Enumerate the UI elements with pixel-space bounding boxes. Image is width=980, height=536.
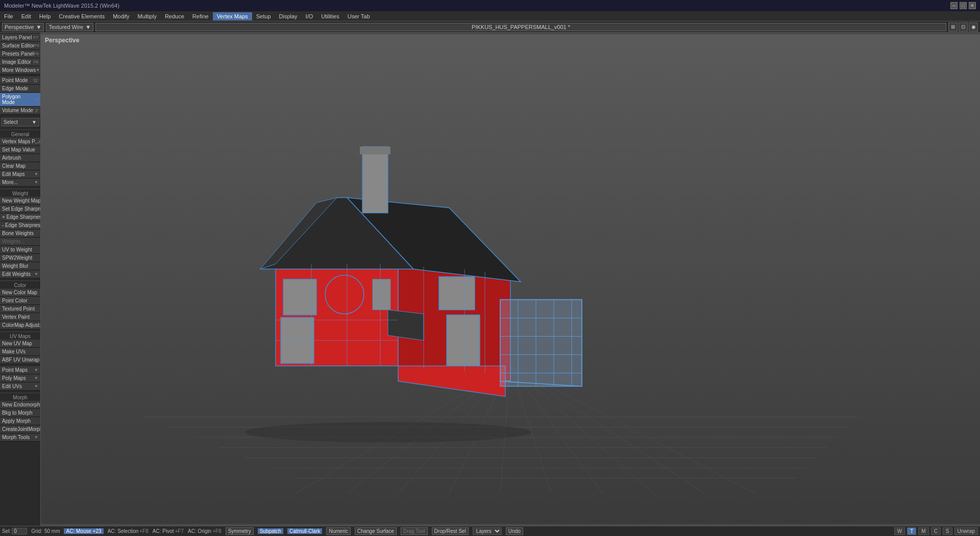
bone-weights-button[interactable]: Bone Weights bbox=[0, 229, 40, 238]
toolbar: Perspective ▼ Textured Wire ▼ PIKKUS_HUS… bbox=[0, 21, 980, 33]
new-weight-map-button[interactable]: New Weight Map bbox=[0, 197, 40, 205]
textured-point-button[interactable]: Textured Point bbox=[0, 305, 40, 313]
surface-editor-button[interactable]: Surface EditorF5 bbox=[0, 42, 40, 50]
poly-maps-button[interactable]: Poly Maps▼ bbox=[0, 374, 40, 382]
grid-value: 50 mm bbox=[44, 528, 60, 534]
layers-dropdown[interactable]: Layers bbox=[473, 527, 502, 535]
undo-button[interactable]: Undo bbox=[506, 527, 523, 535]
unwrap-mode-indicator[interactable]: Unwrap bbox=[954, 527, 978, 535]
menu-vertex-maps[interactable]: Vertex Maps bbox=[213, 12, 252, 20]
maximize-button[interactable]: □ bbox=[960, 2, 967, 9]
svg-rect-34 bbox=[362, 147, 388, 213]
viewport[interactable]: Perspective bbox=[41, 33, 980, 526]
drop-rest-sel-button[interactable]: Drop/Rest Sel bbox=[432, 527, 469, 535]
vertex-maps-panel-button[interactable]: Vertex Maps P...F8 bbox=[0, 138, 40, 146]
menu-setup[interactable]: Setup bbox=[252, 12, 275, 20]
menu-edit[interactable]: Edit bbox=[17, 12, 35, 20]
numeric-button[interactable]: Numeric bbox=[326, 527, 350, 535]
morph-header: Morph bbox=[0, 393, 40, 401]
sidebar: Layers PanelF7 Surface EditorF5 Presets … bbox=[0, 33, 41, 526]
perspective-dropdown[interactable]: Perspective ▼ bbox=[2, 23, 44, 31]
select-button[interactable]: Select▼ bbox=[1, 118, 39, 126]
c-mode-indicator[interactable]: C bbox=[931, 527, 941, 535]
scene-name-label: PIKKUS_HUS_PAPPERSMALL_v001 * bbox=[95, 23, 946, 31]
t-mode-indicator[interactable]: T bbox=[907, 527, 916, 535]
layers-panel-button[interactable]: Layers PanelF7 bbox=[0, 34, 40, 42]
toolbar-icon-3[interactable]: ◉ bbox=[969, 22, 978, 32]
new-endomorph-button[interactable]: New Endomorph bbox=[0, 401, 40, 409]
point-color-button[interactable]: Point Color bbox=[0, 297, 40, 305]
weight-header: Weight bbox=[0, 189, 40, 197]
toolbar-icon-2[interactable]: ⊡ bbox=[959, 22, 968, 32]
edit-uvs-button[interactable]: Edit UVs▼ bbox=[0, 382, 40, 391]
statusbar: Sel: Grid: 50 mm AC: Mouse +23 AC: Selec… bbox=[0, 526, 980, 536]
w-mode-indicator[interactable]: W bbox=[894, 527, 905, 535]
menu-help[interactable]: Help bbox=[35, 12, 55, 20]
apply-morph-button[interactable]: Apply Morph bbox=[0, 417, 40, 425]
abf-uv-unwrap-button[interactable]: ABF UV Unwrap bbox=[0, 356, 40, 364]
edit-weights-button[interactable]: Edit Weights▼ bbox=[0, 270, 40, 278]
sub-edge-sharpness-button[interactable]: - Edge Sharpness bbox=[0, 221, 40, 229]
spw2weight-button[interactable]: SPW2Weight bbox=[0, 254, 40, 262]
new-color-map-button[interactable]: New Color Map bbox=[0, 289, 40, 297]
menu-file[interactable]: File bbox=[0, 12, 17, 20]
toolbar-icon-1[interactable]: ⊞ bbox=[948, 22, 958, 32]
edge-mode-button[interactable]: Edge Mode bbox=[0, 85, 40, 93]
polygon-mode-button[interactable]: Polygon Mode'↑' bbox=[0, 93, 40, 107]
svg-marker-42 bbox=[388, 310, 424, 341]
set-map-value-button[interactable]: Set Map Value bbox=[0, 146, 40, 154]
menu-multiply[interactable]: Multiply bbox=[134, 12, 161, 20]
symmetry-button[interactable]: Symmetry bbox=[226, 527, 254, 535]
edit-maps-button[interactable]: Edit Maps▼ bbox=[0, 170, 40, 178]
presets-panel-button[interactable]: Presets PanelF9 bbox=[0, 50, 40, 58]
clear-map-button[interactable]: Clear Map bbox=[0, 162, 40, 170]
close-button[interactable]: ✕ bbox=[969, 2, 976, 9]
ac-mouse-badge[interactable]: AC: Mouse +23 bbox=[64, 528, 103, 534]
svg-rect-38 bbox=[373, 279, 390, 310]
menu-utilities[interactable]: Utilities bbox=[317, 12, 343, 20]
change-surface-button[interactable]: Change Surface bbox=[355, 527, 397, 535]
image-editor-button[interactable]: Image EditorF6 bbox=[0, 58, 40, 66]
point-maps-button[interactable]: Point Maps▼ bbox=[0, 366, 40, 374]
subpatch-badge[interactable]: Subpatch bbox=[258, 528, 283, 534]
make-uvs-button[interactable]: Make UVs bbox=[0, 348, 40, 356]
main-area: Layers PanelF7 Surface EditorF5 Presets … bbox=[0, 33, 980, 526]
s-mode-indicator[interactable]: S bbox=[943, 527, 952, 535]
general-header: General bbox=[0, 130, 40, 138]
drag-tool-button[interactable]: Drag Tool bbox=[401, 527, 428, 535]
new-uv-map-button[interactable]: New UV Map bbox=[0, 340, 40, 348]
morph-tools-button[interactable]: Morph Tools▼ bbox=[0, 433, 40, 442]
morph-section: Morph New Endomorph Bkg to Morph Apply M… bbox=[0, 392, 40, 443]
create-joint-morph-button[interactable]: CreateJointMorph bbox=[0, 425, 40, 433]
shading-dropdown[interactable]: Textured Wire ▼ bbox=[46, 23, 93, 31]
sel-value-input[interactable] bbox=[12, 528, 27, 534]
menu-creative-elements[interactable]: Creative Elements bbox=[55, 12, 109, 20]
m-mode-indicator[interactable]: M bbox=[918, 527, 928, 535]
airbrush-button[interactable]: Airbrush bbox=[0, 154, 40, 162]
weights-button[interactable]: Weights... bbox=[0, 238, 40, 246]
menu-modify[interactable]: Modify bbox=[109, 12, 133, 20]
vertex-paint-button[interactable]: Vertex Paint bbox=[0, 313, 40, 321]
minimize-button[interactable]: ─ bbox=[950, 2, 958, 9]
set-edge-sharpness-button[interactable]: Set Edge Sharpn... bbox=[0, 205, 40, 213]
volume-mode-button[interactable]: Volume Mode'J' bbox=[0, 107, 40, 115]
uv-to-weight-button[interactable]: UV to Weight bbox=[0, 246, 40, 254]
svg-point-51 bbox=[245, 422, 531, 443]
catmull-badge[interactable]: Catmull-Clark bbox=[287, 528, 323, 534]
menu-io[interactable]: I/O bbox=[302, 12, 317, 20]
menu-reduce[interactable]: Reduce bbox=[161, 12, 188, 20]
point-mode-button[interactable]: Point Mode'G' bbox=[0, 76, 40, 85]
weight-blur-button[interactable]: Weight Blur bbox=[0, 262, 40, 270]
grid-indicator: Grid: 50 mm bbox=[31, 528, 60, 534]
shading-label: Textured Wire bbox=[48, 24, 83, 30]
perspective-label: Perspective bbox=[5, 24, 34, 30]
colormap-adjust-button[interactable]: ColorMap Adjust... bbox=[0, 321, 40, 329]
add-edge-sharpness-button[interactable]: + Edge Sharpness bbox=[0, 213, 40, 221]
scene-svg bbox=[41, 33, 980, 526]
bkg-to-morph-button[interactable]: Bkg to Morph bbox=[0, 409, 40, 417]
menu-user-tab[interactable]: User Tab bbox=[344, 12, 374, 20]
menu-display[interactable]: Display bbox=[275, 12, 302, 20]
more-button[interactable]: More...▼ bbox=[0, 178, 40, 187]
more-windows-button[interactable]: More Windows▼ bbox=[0, 66, 40, 74]
menu-refine[interactable]: Refine bbox=[188, 12, 213, 20]
